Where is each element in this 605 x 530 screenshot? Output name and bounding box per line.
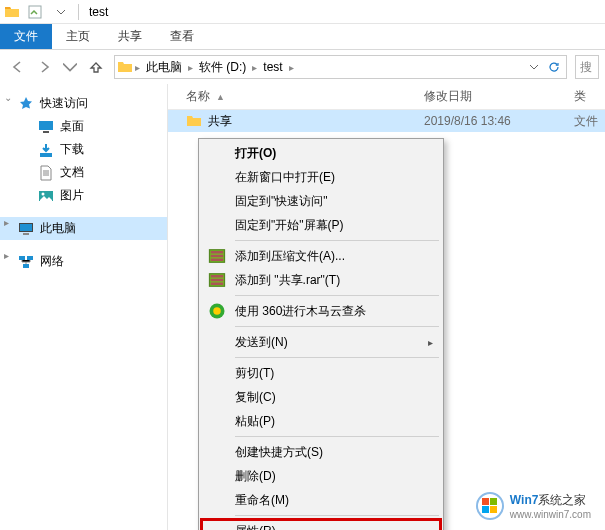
qat-dropdown-icon[interactable] [50,2,72,22]
document-icon [38,165,54,181]
menu-separator [235,357,439,358]
svg-rect-18 [211,283,224,286]
svg-rect-16 [211,275,224,278]
menu-paste[interactable]: 粘贴(P) [201,409,441,433]
back-button[interactable] [6,55,30,79]
ribbon-tabs: 文件 主页 共享 查看 [0,24,605,50]
tab-view[interactable]: 查看 [156,24,208,49]
nav-row: ▸ 此电脑 ▸ 软件 (D:) ▸ test ▸ 搜 [0,50,605,84]
pc-icon [18,221,34,237]
desktop-icon [38,119,54,135]
menu-separator [235,436,439,437]
menu-create-shortcut[interactable]: 创建快捷方式(S) [201,440,441,464]
chevron-right-icon[interactable]: ▸ [4,217,14,228]
menu-label: 添加到 "共享.rar"(T) [235,272,340,289]
svg-rect-22 [482,498,489,505]
chevron-right-icon[interactable]: ▸ [4,250,14,261]
breadcrumb-root[interactable]: 此电脑 [142,59,186,76]
menu-pin-quick-access[interactable]: 固定到"快速访问" [201,189,441,213]
sidebar-label: 桌面 [60,118,84,135]
menu-label: 固定到"快速访问" [235,193,328,210]
chevron-right-icon[interactable]: ▸ [135,62,140,73]
menu-label: 复制(C) [235,389,276,406]
menu-delete[interactable]: 删除(D) [201,464,441,488]
breadcrumb-drive[interactable]: 软件 (D:) [195,59,250,76]
menu-cut[interactable]: 剪切(T) [201,361,441,385]
svg-rect-6 [20,224,32,231]
watermark-text: Win7系统之家 www.winwin7.com [510,492,591,520]
svg-rect-24 [482,506,489,513]
menu-scan-360[interactable]: 使用 360进行木马云查杀 [201,299,441,323]
sidebar-item-pictures[interactable]: 图片 [0,184,167,207]
submenu-arrow-icon: ▸ [428,337,433,348]
sidebar-label: 快速访问 [40,95,88,112]
sidebar-item-desktop[interactable]: 桌面 [0,115,167,138]
svg-rect-17 [211,279,224,282]
sidebar-item-quick-access[interactable]: 快速访问 [0,92,167,115]
menu-properties[interactable]: 属性(R) [201,519,441,530]
svg-rect-9 [27,256,33,260]
menu-add-to-rar[interactable]: 添加到 "共享.rar"(T) [201,268,441,292]
svg-point-20 [213,307,221,315]
address-dropdown-icon[interactable] [524,56,544,78]
logo-url: www.winwin7.com [510,509,591,520]
menu-open-new-window[interactable]: 在新窗口中打开(E) [201,165,441,189]
menu-label: 删除(D) [235,468,276,485]
column-name[interactable]: 名称 ▲ [186,88,424,105]
folder-icon [4,4,20,20]
file-type: 文件 [574,113,605,130]
menu-rename[interactable]: 重命名(M) [201,488,441,512]
refresh-icon[interactable] [544,56,564,78]
search-input[interactable]: 搜 [575,55,599,79]
sidebar: ⌄ 快速访问 桌面 下载 文档 [0,84,168,530]
menu-pin-start[interactable]: 固定到"开始"屏幕(P) [201,213,441,237]
chevron-right-icon[interactable]: ▸ [289,62,294,73]
winrar-icon [207,270,227,290]
sort-asc-icon: ▲ [216,92,225,102]
svg-rect-1 [39,121,53,130]
separator [78,4,79,20]
up-button[interactable] [84,55,108,79]
file-date: 2019/8/16 13:46 [424,114,574,128]
download-icon [38,142,54,158]
sidebar-label: 此电脑 [40,220,76,237]
file-row[interactable]: 共享 2019/8/16 13:46 文件 [168,110,605,132]
tab-home[interactable]: 主页 [52,24,104,49]
chevron-down-icon[interactable]: ⌄ [4,92,14,103]
sidebar-item-documents[interactable]: 文档 [0,161,167,184]
menu-add-to-archive[interactable]: 添加到压缩文件(A)... [201,244,441,268]
sidebar-label: 网络 [40,253,64,270]
forward-button[interactable] [32,55,56,79]
menu-label: 添加到压缩文件(A)... [235,248,345,265]
menu-send-to[interactable]: 发送到(N) ▸ [201,330,441,354]
chevron-right-icon[interactable]: ▸ [188,62,193,73]
svg-rect-14 [211,259,224,262]
menu-label: 重命名(M) [235,492,289,509]
menu-label: 创建快捷方式(S) [235,444,323,461]
tab-file[interactable]: 文件 [0,24,52,49]
column-type[interactable]: 类 [574,88,605,105]
sidebar-label: 文档 [60,164,84,181]
chevron-right-icon[interactable]: ▸ [252,62,257,73]
recent-dropdown[interactable] [58,55,82,79]
star-icon [18,96,34,112]
qat-properties-icon[interactable] [24,2,46,22]
pictures-icon [38,188,54,204]
breadcrumb-folder[interactable]: test [259,60,286,74]
sidebar-item-network[interactable]: 网络 [0,250,167,273]
menu-open[interactable]: 打开(O) [201,141,441,165]
logo-suffix: 系统之家 [538,493,586,507]
menu-label: 剪切(T) [235,365,274,382]
address-bar[interactable]: ▸ 此电脑 ▸ 软件 (D:) ▸ test ▸ [114,55,567,79]
title-bar: test [0,0,605,24]
folder-icon [186,113,202,129]
tab-share[interactable]: 共享 [104,24,156,49]
network-icon [18,254,34,270]
sidebar-item-this-pc[interactable]: 此电脑 [0,217,167,240]
column-date[interactable]: 修改日期 [424,88,574,105]
menu-copy[interactable]: 复制(C) [201,385,441,409]
360-icon [207,301,227,321]
menu-separator [235,515,439,516]
menu-label: 固定到"开始"屏幕(P) [235,217,344,234]
sidebar-item-downloads[interactable]: 下载 [0,138,167,161]
